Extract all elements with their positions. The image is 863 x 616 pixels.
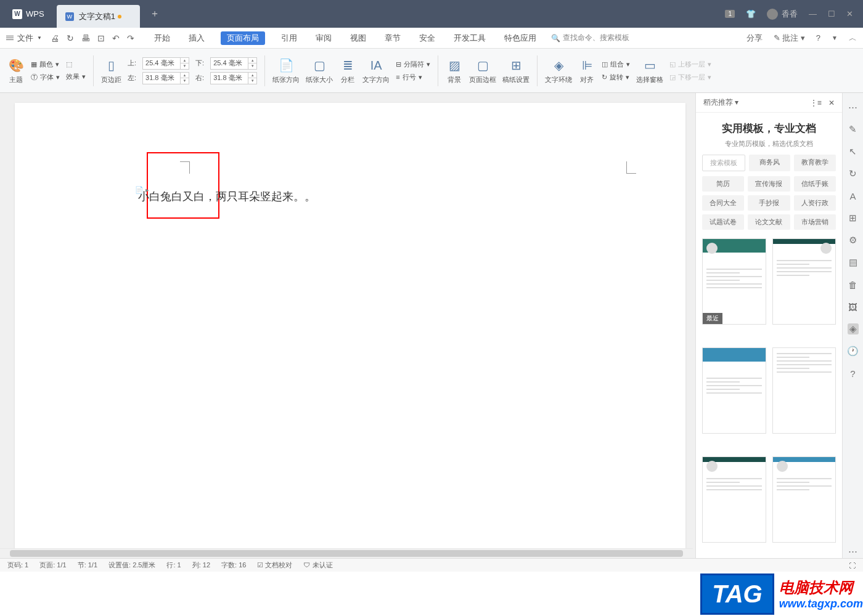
side-tab-education[interactable]: 教育教学 [794,155,836,171]
align-button[interactable]: ⊫对齐 [578,57,595,84]
effect-button[interactable]: 效果 ▾ [66,72,86,81]
cat-contract[interactable]: 合同大全 [702,195,744,211]
tab-security[interactable]: 安全 [417,31,438,45]
tab-page-layout[interactable]: 页面布局 [221,31,265,45]
cat-marketing[interactable]: 市场营销 [794,214,836,230]
cat-exam[interactable]: 试题试卷 [702,214,744,230]
template-card[interactable] [702,456,766,543]
orientation-button[interactable]: 📄纸张方向 [272,57,300,84]
document-tab[interactable]: W 文字文稿1 [57,5,140,28]
theme-button[interactable]: 🎨 主题 [7,57,25,84]
template-card[interactable] [772,456,836,543]
select-pane-button[interactable]: ▭选择窗格 [636,57,663,84]
cat-hr[interactable]: 人资行政 [794,195,836,211]
tab-insert[interactable]: 插入 [186,31,207,45]
print-preview-icon[interactable]: ↻ [67,33,74,43]
scrollbar-thumb[interactable] [10,550,683,557]
vertical-scrollbar[interactable] [685,93,695,563]
document-text[interactable]: 小白兔白又白，两只耳朵竖起来。。 [138,189,316,204]
draft-setup-button[interactable]: ⊞稿纸设置 [502,57,530,84]
collapse-ribbon-icon[interactable]: ︿ [849,33,857,44]
rt-more-icon[interactable]: ⋯ [848,546,859,557]
search-commands[interactable]: 🔍 查找命令、搜索模板 [551,33,629,43]
close-icon[interactable]: ✕ [846,9,853,18]
rt-trash-icon[interactable]: 🗑 [848,279,859,290]
side-header-label[interactable]: 稻壳推荐 ▾ [703,97,738,108]
tab-special[interactable]: 特色应用 [502,31,539,45]
status-setting[interactable]: 设置值: 2.5厘米 [108,561,155,570]
side-tab-search[interactable]: 搜索模板 [702,155,745,171]
breaks-button[interactable]: ⊟ 分隔符 ▾ [396,60,430,69]
horizontal-scrollbar[interactable] [0,548,693,558]
tab-view[interactable]: 视图 [348,31,369,45]
annotate-button[interactable]: ✎ 批注 ▾ [774,33,805,44]
margin-left-input[interactable]: 31.8 毫米▲▼ [142,72,189,84]
cat-handcopy[interactable]: 手抄报 [748,195,790,211]
line-number-button[interactable]: ≡ 行号 ▾ [396,73,430,82]
cat-thesis[interactable]: 论文文献 [748,214,790,230]
status-page-code[interactable]: 页码: 1 [7,561,28,570]
rt-A-icon[interactable]: A [848,190,859,201]
text-direction-button[interactable]: IA文字方向 [362,57,390,84]
rt-clock-icon[interactable]: 🕐 [848,346,859,357]
dropdown-icon[interactable]: ▼ [832,34,838,41]
page-border-button[interactable]: ▢页面边框 [469,57,496,84]
user-badge[interactable]: 香香 [767,9,798,20]
template-card[interactable] [702,347,766,434]
template-card[interactable]: 最近 [702,238,766,325]
preview-icon[interactable]: ⊡ [97,33,105,43]
status-section[interactable]: 节: 1/1 [78,561,97,570]
cat-resume[interactable]: 简历 [702,176,744,192]
group-button[interactable]: ◫ 组合 ▾ [602,60,630,69]
box-1-icon[interactable]: 1 [725,10,735,18]
add-tab-button[interactable]: ＋ [140,0,170,28]
dash-box-icon[interactable]: ⬚ [66,60,86,68]
rt-layers-icon[interactable]: ▤ [848,257,859,268]
wrap-button[interactable]: ◈文字环绕 [545,57,572,84]
tab-review[interactable]: 审阅 [313,31,334,45]
print-icon[interactable]: 🖶 [81,33,90,43]
maximize-icon[interactable]: ☐ [828,9,835,18]
status-proof[interactable]: ☑ 文档校对 [257,561,292,570]
file-menu[interactable]: 文件 ▼ [6,33,42,44]
help-icon[interactable]: ? [816,33,820,43]
rotate-button[interactable]: ↻ 旋转 ▾ [602,73,630,82]
status-row[interactable]: 行: 1 [166,561,181,570]
tab-section[interactable]: 章节 [382,31,403,45]
tab-start[interactable]: 开始 [152,31,173,45]
redo-icon[interactable]: ↷ [127,33,134,43]
side-menu-icon[interactable]: ⋮≡ [810,99,822,107]
tab-references[interactable]: 引用 [279,31,300,45]
status-col[interactable]: 列: 12 [192,561,210,570]
rt-dots-icon[interactable]: ⋯ [848,102,859,113]
side-tab-business[interactable]: 商务风 [749,155,791,171]
rt-cursor-icon[interactable]: ↖ [848,146,859,157]
template-card[interactable] [772,238,836,325]
rt-settings-icon[interactable]: ⚙ [848,235,859,246]
save-icon[interactable]: 🖨 [51,33,59,43]
page-margin-button[interactable]: ▯ 页边距 [101,57,121,84]
wps-home-tab[interactable]: W WPS [0,0,57,28]
rt-diamond-icon[interactable]: ◈ [848,323,859,334]
template-card[interactable] [772,347,836,434]
rt-refresh-icon[interactable]: ↻ [848,168,859,179]
undo-icon[interactable]: ↶ [112,33,120,43]
rt-image-icon[interactable]: 🖼 [848,301,859,312]
margin-bottom-input[interactable]: 25.4 毫米▲▼ [210,57,257,70]
apparel-icon[interactable]: 👕 [746,9,756,18]
background-button[interactable]: ▨背景 [446,57,463,84]
size-button[interactable]: ▢纸张大小 [306,57,333,84]
color-button[interactable]: ▦ 颜色 ▾ [31,60,60,69]
rt-help-icon[interactable]: ? [848,368,859,379]
status-page[interactable]: 页面: 1/1 [39,561,66,570]
cat-letter[interactable]: 信纸手账 [794,176,836,192]
status-auth[interactable]: 🛡 未认证 [303,561,332,570]
margin-right-input[interactable]: 31.8 毫米▲▼ [210,72,257,84]
margin-top-input[interactable]: 25.4 毫米▲▼ [142,57,189,70]
tab-dev[interactable]: 开发工具 [451,31,488,45]
side-close-icon[interactable]: ✕ [828,99,835,107]
status-expand-icon[interactable]: ⛶ [849,562,856,569]
font-button[interactable]: Ⓣ 字体 ▾ [31,73,60,82]
cat-poster[interactable]: 宣传海报 [748,176,790,192]
minimize-icon[interactable]: — [809,9,817,18]
